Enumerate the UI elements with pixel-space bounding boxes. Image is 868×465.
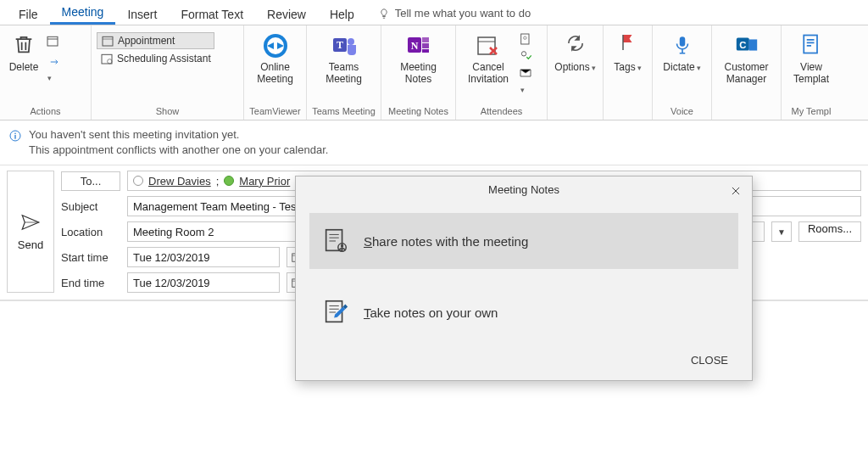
group-label-options bbox=[553, 115, 598, 120]
cancel-invitation-icon bbox=[475, 32, 502, 59]
ribbon-tabstrip: File Meeting Insert Format Text Review H… bbox=[0, 0, 868, 25]
start-date-field[interactable]: Tue 12/03/2019 bbox=[127, 247, 280, 267]
share-notes-label: Share notes with the meeting bbox=[364, 234, 528, 249]
scheduling-icon bbox=[100, 52, 114, 65]
teamviewer-icon bbox=[262, 32, 289, 59]
dialog-close-x[interactable] bbox=[726, 182, 745, 200]
onenote-icon: N bbox=[405, 32, 432, 59]
svg-text:N: N bbox=[410, 40, 418, 52]
group-label-customer bbox=[717, 115, 776, 120]
svg-rect-1 bbox=[103, 36, 113, 46]
share-notes-option[interactable]: Share notes with the meeting bbox=[309, 213, 738, 269]
ribbon-group-teamviewer: Online Meeting TeamViewer bbox=[244, 25, 307, 120]
ribbon-group-show: Appointment Scheduling Assistant Show bbox=[92, 25, 244, 120]
start-date-value: Tue 12/03/2019 bbox=[133, 251, 210, 264]
scheduling-assistant-button[interactable]: Scheduling Assistant bbox=[97, 51, 214, 66]
tab-meeting[interactable]: Meeting bbox=[50, 0, 116, 25]
svg-point-8 bbox=[348, 38, 354, 45]
svg-text:T: T bbox=[336, 39, 342, 51]
tab-help[interactable]: Help bbox=[318, 3, 366, 25]
svg-rect-25 bbox=[14, 135, 15, 139]
customer-manager-label: Customer Manager bbox=[724, 61, 768, 85]
location-value: Meeting Room 2 bbox=[133, 226, 214, 238]
send-label: Send bbox=[18, 238, 43, 251]
tell-me-label: Tell me what you want to do bbox=[395, 7, 531, 20]
location-dropdown[interactable]: ▼ bbox=[771, 221, 792, 242]
delete-button[interactable]: Delete bbox=[5, 29, 42, 73]
cancel-invitation-label: Cancel Invitation bbox=[468, 61, 509, 85]
attendee-1[interactable]: Drew Davies bbox=[148, 175, 211, 188]
svg-rect-11 bbox=[422, 37, 429, 42]
dictate-button[interactable]: Dictate▾ bbox=[658, 29, 706, 74]
address-book-icon[interactable] bbox=[519, 32, 532, 46]
share-notes-icon bbox=[321, 227, 350, 255]
trash-icon bbox=[10, 32, 37, 59]
take-notes-icon bbox=[321, 298, 350, 327]
ribbon-group-templates: View Templat My Templ bbox=[782, 25, 841, 120]
tab-review[interactable]: Review bbox=[255, 3, 318, 25]
meeting-notes-label: Meeting Notes bbox=[400, 61, 437, 85]
check-names-icon[interactable] bbox=[519, 49, 532, 63]
outlook-customer-icon: C bbox=[733, 32, 760, 59]
cancel-invitation-button[interactable]: Cancel Invitation bbox=[461, 29, 515, 85]
ribbon-group-meeting-notes: N Meeting Notes Meeting Notes bbox=[381, 25, 456, 120]
template-icon bbox=[798, 32, 825, 59]
calendar-small-icon[interactable] bbox=[46, 34, 59, 48]
tags-button[interactable]: Tags▾ bbox=[609, 29, 647, 74]
appointment-label: Appointment bbox=[118, 35, 175, 47]
group-label-tags bbox=[609, 115, 647, 120]
options-label: Options▾ bbox=[554, 61, 595, 74]
info-icon bbox=[8, 129, 22, 143]
tab-insert[interactable]: Insert bbox=[115, 3, 169, 25]
group-label-teamviewer: TeamViewer bbox=[249, 104, 301, 120]
ribbon: Delete ▾ Actions Appointment bbox=[0, 25, 868, 120]
group-label-meeting-notes: Meeting Notes bbox=[387, 104, 450, 120]
view-templates-label: View Templat bbox=[793, 61, 829, 85]
tab-format-text[interactable]: Format Text bbox=[169, 3, 255, 25]
svg-rect-0 bbox=[47, 36, 58, 46]
presence-unknown-icon bbox=[133, 176, 143, 186]
svg-text:C: C bbox=[739, 40, 746, 50]
svg-rect-28 bbox=[326, 230, 342, 251]
response-options-icon[interactable]: ▾ bbox=[519, 66, 532, 80]
svg-point-16 bbox=[524, 36, 526, 39]
options-button[interactable]: Options▾ bbox=[553, 29, 598, 74]
tab-file[interactable]: File bbox=[7, 3, 50, 25]
subject-label: Subject bbox=[61, 200, 120, 213]
microphone-icon bbox=[669, 32, 696, 59]
take-notes-option[interactable]: Take notes on your own bbox=[309, 284, 738, 340]
attendee-2[interactable]: Mary Prior bbox=[239, 175, 290, 188]
lightbulb-icon bbox=[378, 8, 390, 20]
teams-meeting-button[interactable]: T Teams Meeting bbox=[312, 29, 376, 85]
ribbon-group-options: Options▾ bbox=[548, 25, 604, 120]
dictate-label: Dictate▾ bbox=[663, 61, 700, 74]
dialog-close-button[interactable]: CLOSE bbox=[677, 350, 742, 370]
info-bar: You haven't sent this meeting invitation… bbox=[0, 120, 868, 165]
meeting-notes-button[interactable]: N Meeting Notes bbox=[387, 29, 450, 85]
start-time-label: Start time bbox=[61, 251, 120, 264]
tell-me-search[interactable]: Tell me what you want to do bbox=[366, 2, 542, 25]
send-icon bbox=[18, 212, 43, 235]
tags-label: Tags▾ bbox=[614, 61, 641, 74]
customer-manager-button[interactable]: C Customer Manager bbox=[717, 29, 776, 85]
teams-icon: T bbox=[331, 32, 358, 59]
online-meeting-button[interactable]: Online Meeting bbox=[249, 29, 301, 85]
appointment-icon bbox=[101, 34, 114, 48]
group-label-templates: My Templ bbox=[787, 104, 836, 120]
svg-rect-12 bbox=[422, 43, 429, 48]
svg-rect-22 bbox=[804, 36, 817, 53]
meeting-notes-dialog: Meeting Notes Share notes with the meeti… bbox=[295, 176, 753, 381]
svg-point-17 bbox=[521, 52, 526, 56]
svg-rect-13 bbox=[422, 49, 429, 53]
forward-arrow-icon[interactable]: ▾ bbox=[46, 56, 59, 70]
send-button[interactable]: Send bbox=[7, 171, 54, 293]
group-label-show: Show bbox=[97, 104, 238, 120]
flag-icon bbox=[615, 32, 642, 59]
appointment-button[interactable]: Appointment bbox=[97, 32, 214, 49]
end-date-field[interactable]: Tue 12/03/2019 bbox=[127, 272, 280, 293]
presence-available-icon bbox=[224, 176, 234, 186]
view-templates-button[interactable]: View Templat bbox=[787, 29, 836, 85]
svg-point-24 bbox=[14, 133, 16, 135]
to-button[interactable]: To... bbox=[61, 171, 120, 191]
rooms-button[interactable]: Rooms... bbox=[798, 221, 861, 242]
